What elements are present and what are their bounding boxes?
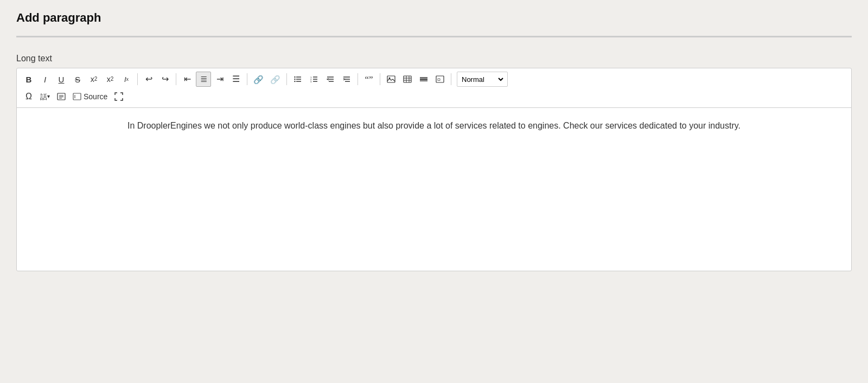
toolbar-row-1: B I U S x2 x2 Ix ↩ ↪ ⇤ ≣ ⇥ ☰ 🔗 🔗	[21, 72, 847, 87]
toolbar: B I U S x2 x2 Ix ↩ ↪ ⇤ ≣ ⇥ ☰ 🔗 🔗	[17, 68, 851, 108]
format-select-wrapper[interactable]: Normal Heading 1 Heading 2 Heading 3	[457, 72, 508, 87]
superscript-button[interactable]: x2	[86, 72, 101, 87]
clear-format-button[interactable]: Ix	[119, 72, 134, 87]
italic-button[interactable]: I	[37, 72, 53, 87]
source-label: Source	[84, 92, 107, 101]
svg-rect-18	[387, 76, 395, 82]
unlink-button[interactable]: 🔗	[267, 72, 283, 87]
strikethrough-button[interactable]: S	[70, 72, 85, 87]
underline-button[interactable]: U	[54, 72, 69, 87]
ordered-list-button[interactable]: 1.2.3.	[307, 72, 322, 87]
svg-text:Ω: Ω	[437, 77, 441, 82]
page-title: Add paragraph	[16, 11, 852, 25]
omega-button[interactable]: Ω	[21, 89, 36, 104]
special-char-button[interactable]: Ω	[432, 72, 448, 87]
source-icon	[73, 93, 81, 100]
svg-point-4	[294, 79, 295, 80]
indent-increase-button[interactable]	[339, 72, 354, 87]
svg-rect-20	[404, 76, 411, 82]
align-center-button[interactable]: ≣	[196, 72, 211, 87]
bold-button[interactable]: B	[21, 72, 36, 87]
indent-decrease-button[interactable]	[323, 72, 338, 87]
separator-3	[247, 73, 247, 85]
redo-button[interactable]: ↪	[157, 72, 173, 87]
image-button[interactable]	[384, 72, 399, 87]
svg-point-3	[294, 76, 295, 78]
align-justify-button[interactable]: ☰	[228, 72, 244, 87]
separator-7	[451, 73, 451, 85]
templates-button[interactable]	[54, 89, 69, 104]
toolbar-row-2: Ω 話▾ Source	[21, 89, 847, 104]
separator-1	[137, 73, 138, 85]
separator-6	[380, 73, 380, 85]
format-select[interactable]: Normal Heading 1 Heading 2 Heading 3	[459, 75, 505, 84]
subscript-button[interactable]: x2	[103, 72, 118, 87]
undo-button[interactable]: ↩	[141, 72, 156, 87]
horizontal-rule-button[interactable]	[416, 72, 431, 87]
align-right-button[interactable]: ⇥	[212, 72, 227, 87]
editor-paragraph: In DrooplerEngines we not only produce w…	[33, 119, 835, 133]
separator-4	[286, 73, 287, 85]
divider	[16, 36, 852, 37]
source-button[interactable]: Source	[70, 89, 110, 104]
bullet-list-button[interactable]	[290, 72, 305, 87]
separator-5	[358, 73, 358, 85]
fullscreen-button[interactable]	[111, 89, 126, 104]
editor-content-area[interactable]: In DrooplerEngines we not only produce w…	[17, 108, 851, 271]
language-button[interactable]: 話▾	[37, 89, 53, 104]
separator-2	[176, 73, 176, 85]
svg-text:3.: 3.	[310, 80, 312, 83]
blockquote-button[interactable]: “”	[361, 72, 376, 87]
rich-text-editor: B I U S x2 x2 Ix ↩ ↪ ⇤ ≣ ⇥ ☰ 🔗 🔗	[16, 68, 852, 271]
table-button[interactable]	[400, 72, 415, 87]
field-label: Long text	[16, 48, 852, 63]
link-button[interactable]: 🔗	[251, 72, 266, 87]
svg-point-5	[294, 81, 295, 82]
align-left-button[interactable]: ⇤	[180, 72, 195, 87]
svg-rect-34	[73, 93, 81, 100]
